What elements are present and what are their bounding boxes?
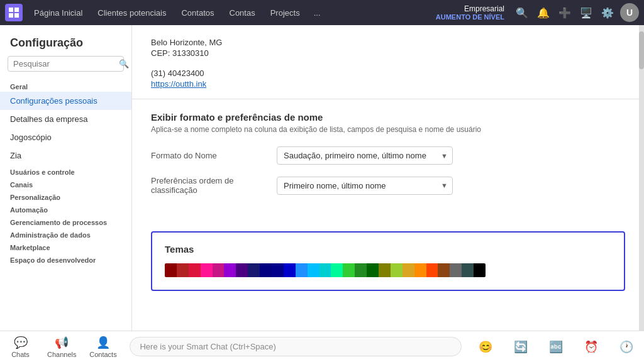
chats-icon: 💬 xyxy=(14,336,28,349)
company-name: Empresarial xyxy=(436,4,504,13)
bottom-nav-channels[interactable]: 📢 Channels xyxy=(47,336,76,358)
sidebar-section-canais: Canais xyxy=(0,177,131,190)
color-swatch[interactable] xyxy=(331,263,343,277)
search-bar[interactable]: 🔍 xyxy=(8,56,124,72)
sort-field-row: Preferências ordem de classificação Prim… xyxy=(151,176,625,195)
smart-chat-input[interactable]: Here is your Smart Chat (Ctrl+Space) xyxy=(130,337,462,356)
nav-clientes-potenciais[interactable]: Clientes potenciais xyxy=(91,6,172,20)
add-icon[interactable]: ➕ xyxy=(556,4,574,21)
color-swatch[interactable] xyxy=(438,263,450,277)
color-swatch[interactable] xyxy=(189,263,201,277)
company-info: Empresarial AUMENTO DE NÍVEL xyxy=(436,4,504,21)
bottom-nav-chats[interactable]: 💬 Chats xyxy=(6,336,35,358)
bottom-bar: 💬 Chats 📢 Channels 👤 Contacts Here is yo… xyxy=(0,331,644,362)
bottom-translate-icon[interactable]: 🔤 xyxy=(545,336,567,358)
settings-icon[interactable]: ⚙️ xyxy=(599,4,616,21)
sidebar-section-marketplace: Marketplace xyxy=(0,240,131,253)
app-logo[interactable] xyxy=(5,4,23,21)
bottom-alarm-icon[interactable]: ⏰ xyxy=(580,336,602,358)
color-swatch[interactable] xyxy=(474,263,486,277)
top-nav-right: Empresarial AUMENTO DE NÍVEL 🔍 🔔 ➕ 🖥️ ⚙️… xyxy=(436,3,639,22)
nav-more-dots[interactable]: ... xyxy=(309,6,326,20)
svg-rect-0 xyxy=(9,8,13,12)
address-block: Belo Horizonte, MG CEP: 31330310 (31) 40… xyxy=(132,25,644,99)
color-swatch[interactable] xyxy=(284,263,296,277)
sidebar: Configuração 🔍 Geral Configurações pesso… xyxy=(0,25,132,331)
address-url[interactable]: https://outth.ink xyxy=(151,79,625,89)
svg-rect-2 xyxy=(9,13,13,18)
color-swatch[interactable] xyxy=(319,263,331,277)
color-swatch[interactable] xyxy=(213,263,225,277)
color-swatch[interactable] xyxy=(355,263,367,277)
bottom-emoji-icon[interactable]: 😊 xyxy=(474,336,497,358)
svg-rect-1 xyxy=(14,8,19,12)
channels-label: Channels xyxy=(47,351,76,358)
address-phone: (31) 40423400 xyxy=(151,69,625,78)
display-section-title: Exibir formato e preferências de nome xyxy=(151,112,625,123)
scrollbar-thumb[interactable] xyxy=(639,31,644,69)
svg-rect-3 xyxy=(14,13,19,18)
content-area: Belo Horizonte, MG CEP: 31330310 (31) 40… xyxy=(132,25,644,331)
color-swatch[interactable] xyxy=(462,263,474,277)
contacts-label: Contacts xyxy=(89,351,116,358)
temas-card: Temas xyxy=(151,231,625,291)
color-swatch[interactable] xyxy=(402,263,414,277)
color-swatch[interactable] xyxy=(248,263,260,277)
channels-icon: 📢 xyxy=(55,336,69,349)
bottom-history-icon[interactable]: 🕐 xyxy=(615,336,638,358)
color-swatch[interactable] xyxy=(165,263,177,277)
address-city: Belo Horizonte, MG xyxy=(151,38,625,47)
color-swatch[interactable] xyxy=(296,263,308,277)
avatar[interactable]: U xyxy=(620,3,639,22)
color-swatch[interactable] xyxy=(224,263,236,277)
sort-select[interactable]: Primeiro nome, último nome xyxy=(277,177,453,195)
scrollbar[interactable] xyxy=(639,25,644,331)
color-swatch[interactable] xyxy=(450,263,462,277)
nav-projects[interactable]: Projects xyxy=(264,6,306,20)
sidebar-section-developer: Espaço do desenvolvedor xyxy=(0,253,131,265)
format-label: Formato do Nome xyxy=(151,151,277,160)
format-select-wrapper: Saudação, primeiro nome, último nome ▼ xyxy=(277,146,453,165)
sidebar-item-detalhes-empresa[interactable]: Detalhes da empresa xyxy=(0,110,131,128)
color-swatch[interactable] xyxy=(308,263,319,277)
sidebar-item-config-pessoais[interactable]: Configurações pessoais xyxy=(0,92,131,110)
color-swatch[interactable] xyxy=(177,263,189,277)
display-section-subtitle: Aplica-se a nome completo na coluna da e… xyxy=(151,125,625,134)
sort-label: Preferências ordem de classificação xyxy=(151,176,277,195)
color-swatch[interactable] xyxy=(379,263,391,277)
sidebar-title: Configuração xyxy=(0,25,131,56)
color-swatch[interactable] xyxy=(260,263,272,277)
sidebar-section-personalizacao: Personalização xyxy=(0,190,131,202)
color-swatch[interactable] xyxy=(236,263,248,277)
bottom-refresh-icon[interactable]: 🔄 xyxy=(509,336,532,358)
search-input[interactable] xyxy=(13,59,119,69)
screen-icon[interactable]: 🖥️ xyxy=(577,4,595,21)
sidebar-section-automacao: Automação xyxy=(0,202,131,215)
notification-bell-icon[interactable]: 🔔 xyxy=(535,4,552,21)
nav-pagina-inicial[interactable]: Página Inicial xyxy=(28,6,89,20)
color-swatch[interactable] xyxy=(414,263,426,277)
nav-contas[interactable]: Contas xyxy=(223,6,262,20)
sidebar-section-usuarios: Usuários e controle xyxy=(0,165,131,177)
color-swatch[interactable] xyxy=(343,263,355,277)
address-cep: CEP: 31330310 xyxy=(151,48,625,58)
color-swatch[interactable] xyxy=(201,263,213,277)
sidebar-section-geral: Geral xyxy=(0,79,131,92)
bottom-nav-contacts[interactable]: 👤 Contacts xyxy=(89,336,117,358)
search-icon: 🔍 xyxy=(119,59,129,69)
search-icon[interactable]: 🔍 xyxy=(513,4,531,21)
color-swatch[interactable] xyxy=(391,263,402,277)
format-select[interactable]: Saudação, primeiro nome, último nome xyxy=(277,146,453,165)
top-navigation: Página Inicial Clientes potenciais Conta… xyxy=(0,0,644,25)
temas-title: Temas xyxy=(165,244,611,255)
sidebar-item-jogoscopio[interactable]: Jogoscópio xyxy=(0,128,131,146)
color-swatch[interactable] xyxy=(272,263,284,277)
sidebar-section-gerenciamento: Gerenciamento de processos xyxy=(0,215,131,228)
format-field-row: Formato do Nome Saudação, primeiro nome,… xyxy=(151,146,625,165)
sidebar-item-zia[interactable]: Zia xyxy=(0,146,131,165)
nav-contatos[interactable]: Contatos xyxy=(175,6,220,20)
color-swatch[interactable] xyxy=(367,263,379,277)
color-swatch[interactable] xyxy=(426,263,438,277)
color-bar xyxy=(165,263,486,277)
main-layout: Configuração 🔍 Geral Configurações pesso… xyxy=(0,25,644,331)
